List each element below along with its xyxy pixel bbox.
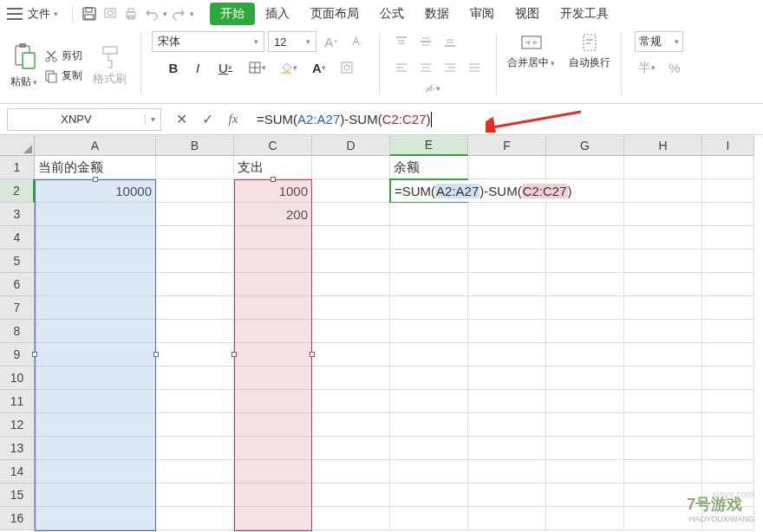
cell[interactable]: [312, 507, 390, 530]
cell[interactable]: [624, 320, 702, 343]
cell[interactable]: [468, 437, 546, 460]
cell[interactable]: [702, 390, 754, 413]
cell[interactable]: [702, 296, 754, 320]
cell[interactable]: [624, 296, 702, 320]
cell[interactable]: [390, 483, 468, 507]
cell[interactable]: [35, 390, 156, 413]
row-header[interactable]: 8: [0, 320, 35, 343]
name-box[interactable]: XNPV ▾: [7, 108, 161, 131]
cell[interactable]: [312, 320, 390, 343]
cell[interactable]: [156, 226, 234, 250]
chevron-down-icon[interactable]: ▾: [145, 114, 160, 124]
row-header[interactable]: 16: [0, 507, 35, 530]
cell[interactable]: [35, 343, 156, 367]
cell[interactable]: [702, 413, 754, 437]
cell[interactable]: [702, 273, 754, 296]
cell[interactable]: [156, 507, 234, 530]
cell[interactable]: [546, 296, 624, 320]
italic-button[interactable]: I: [186, 57, 209, 78]
cell[interactable]: [312, 226, 390, 250]
cell[interactable]: [546, 203, 624, 226]
col-header[interactable]: I: [702, 135, 754, 156]
cell[interactable]: [312, 460, 390, 483]
cell[interactable]: [390, 413, 468, 437]
align-middle-icon[interactable]: [414, 31, 437, 52]
app-menu-icon[interactable]: [7, 8, 23, 20]
cell[interactable]: [35, 507, 156, 530]
cell[interactable]: [234, 507, 312, 530]
align-left-icon[interactable]: [390, 57, 413, 78]
cell[interactable]: [624, 390, 702, 413]
tab-insert[interactable]: 插入: [255, 3, 300, 25]
col-header[interactable]: G: [546, 135, 624, 156]
cell[interactable]: [234, 483, 312, 507]
cell[interactable]: 余额: [390, 156, 468, 179]
cell[interactable]: [312, 179, 390, 203]
cell[interactable]: [546, 320, 624, 343]
percent-button[interactable]: %: [663, 57, 686, 78]
cell[interactable]: [156, 320, 234, 343]
tab-formula[interactable]: 公式: [369, 3, 414, 25]
cell[interactable]: 1000: [234, 179, 312, 203]
row-header[interactable]: 4: [0, 226, 35, 250]
cell[interactable]: [234, 413, 312, 437]
cell[interactable]: [468, 460, 546, 483]
cell[interactable]: [624, 367, 702, 390]
cell[interactable]: [702, 460, 754, 483]
cell[interactable]: [624, 179, 702, 203]
row-header[interactable]: 14: [0, 460, 35, 483]
cell[interactable]: [702, 343, 754, 367]
cell[interactable]: [156, 413, 234, 437]
formula-input[interactable]: =SUM(A2:A27)-SUM(C2:C27): [253, 108, 756, 131]
cell[interactable]: [390, 343, 468, 367]
cell[interactable]: [35, 367, 156, 390]
cell[interactable]: [468, 179, 546, 203]
tab-review[interactable]: 审阅: [460, 3, 505, 25]
col-header[interactable]: H: [624, 135, 702, 156]
cell[interactable]: [468, 203, 546, 226]
cell[interactable]: [390, 390, 468, 413]
cell[interactable]: [156, 203, 234, 226]
bold-button[interactable]: B: [162, 57, 185, 78]
cell[interactable]: [156, 437, 234, 460]
cell[interactable]: [390, 507, 468, 530]
tab-start[interactable]: 开始: [210, 3, 255, 25]
cell[interactable]: [156, 390, 234, 413]
cell[interactable]: [35, 460, 156, 483]
cell[interactable]: [234, 226, 312, 250]
cell[interactable]: [624, 483, 702, 507]
cell[interactable]: [156, 250, 234, 273]
border-button[interactable]: ▾: [242, 57, 271, 78]
cell[interactable]: [390, 273, 468, 296]
file-menu[interactable]: 文件 ▾: [28, 6, 58, 22]
cell[interactable]: [468, 507, 546, 530]
print-icon[interactable]: [121, 4, 140, 23]
cell[interactable]: [234, 437, 312, 460]
range-handle[interactable]: [232, 352, 237, 357]
cell[interactable]: [312, 437, 390, 460]
paste-button[interactable]: 粘贴▾: [10, 42, 37, 89]
cell[interactable]: [390, 250, 468, 273]
cell[interactable]: [624, 203, 702, 226]
cell[interactable]: [546, 343, 624, 367]
align-right-icon[interactable]: [439, 57, 461, 78]
cell[interactable]: [35, 203, 156, 226]
cell[interactable]: [468, 226, 546, 250]
range-handle[interactable]: [153, 352, 159, 357]
cell[interactable]: [312, 203, 390, 226]
align-center-icon[interactable]: [414, 57, 437, 78]
cell[interactable]: [390, 203, 468, 226]
cell[interactable]: [702, 226, 754, 250]
cell[interactable]: [702, 437, 754, 460]
cell[interactable]: [468, 343, 546, 367]
row-header[interactable]: 3: [0, 203, 35, 226]
undo-icon[interactable]: [142, 4, 161, 23]
cell[interactable]: [234, 320, 312, 343]
cell[interactable]: [312, 413, 390, 437]
chevron-down-icon[interactable]: ▾: [190, 10, 194, 18]
cell[interactable]: [702, 367, 754, 390]
select-all-corner[interactable]: [0, 135, 35, 156]
cell[interactable]: [312, 483, 390, 507]
align-top-icon[interactable]: [390, 31, 413, 52]
cell[interactable]: [624, 250, 702, 273]
